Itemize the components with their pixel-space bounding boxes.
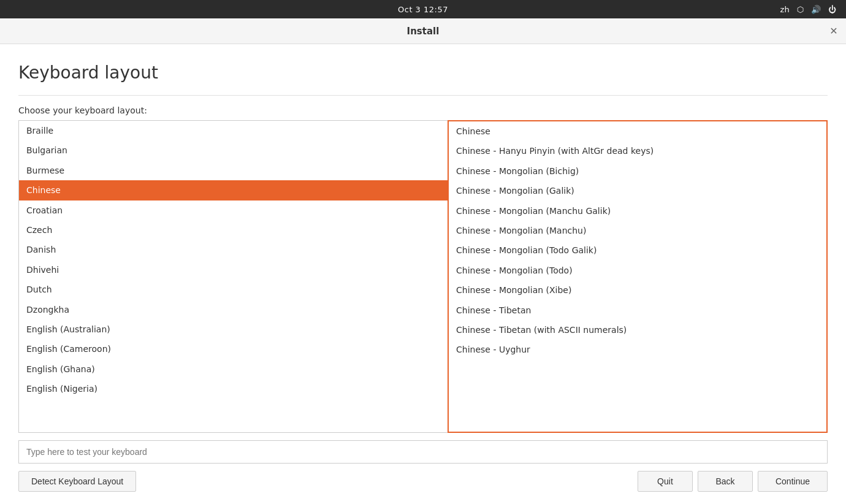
right-list-item[interactable]: Chinese - Mongolian (Todo)	[449, 261, 826, 280]
continue-button[interactable]: Continue	[758, 471, 828, 492]
right-list-item[interactable]: Chinese - Mongolian (Manchu)	[449, 221, 826, 240]
list-item[interactable]: English (Nigeria)	[19, 379, 448, 399]
test-input-wrapper	[18, 440, 828, 464]
volume-icon: 🔊	[811, 5, 821, 14]
left-list-wrapper: BrailleBulgarianBurmeseChineseCroatianCz…	[18, 120, 448, 433]
list-item[interactable]: Danish	[19, 240, 448, 259]
right-list-item[interactable]: Chinese	[449, 121, 826, 141]
list-item[interactable]: Dhivehi	[19, 260, 448, 280]
right-list-item[interactable]: Chinese - Mongolian (Xibe)	[449, 280, 826, 300]
list-item[interactable]: Czech	[19, 220, 448, 240]
layout-label: Choose your keyboard layout:	[18, 105, 828, 115]
right-list-item[interactable]: Chinese - Mongolian (Manchu Galik)	[449, 201, 826, 221]
right-list-wrapper: ChineseChinese - Hanyu Pinyin (with AltG…	[448, 120, 828, 433]
list-item[interactable]: Dutch	[19, 280, 448, 299]
close-button[interactable]: ✕	[828, 25, 840, 37]
right-list-item[interactable]: Chinese - Mongolian (Galik)	[449, 181, 826, 200]
quit-button[interactable]: Quit	[638, 471, 693, 492]
status-bar: Oct 3 12:57 zh ⬡ 🔊 ⏻	[0, 0, 846, 18]
keyboard-test-input[interactable]	[18, 440, 828, 464]
main-content: Keyboard layout Choose your keyboard lay…	[0, 44, 846, 504]
list-item[interactable]: English (Ghana)	[19, 359, 448, 379]
right-list-item[interactable]: Chinese - Uyghur	[449, 340, 826, 359]
title-bar: Install ✕	[0, 18, 846, 44]
list-item[interactable]: English (Cameroon)	[19, 339, 448, 359]
left-list-scroll[interactable]: BrailleBulgarianBurmeseChineseCroatianCz…	[19, 121, 448, 432]
list-item[interactable]: English (Australian)	[19, 319, 448, 339]
page-title: Keyboard layout	[18, 63, 828, 83]
right-list-item[interactable]: Chinese - Tibetan (with ASCII numerals)	[449, 320, 826, 340]
power-icon: ⏻	[828, 5, 836, 14]
detect-layout-button[interactable]: Detect Keyboard Layout	[18, 471, 136, 492]
list-item[interactable]: Braille	[19, 121, 448, 140]
keyboard-lists: BrailleBulgarianBurmeseChineseCroatianCz…	[18, 120, 828, 433]
lang-label: zh	[780, 5, 790, 14]
separator	[18, 95, 828, 96]
right-list-scroll[interactable]: ChineseChinese - Hanyu Pinyin (with AltG…	[449, 121, 826, 432]
nav-buttons: Quit Back Continue	[638, 471, 828, 492]
status-bar-right: zh ⬡ 🔊 ⏻	[780, 5, 836, 14]
right-list-item[interactable]: Chinese - Hanyu Pinyin (with AltGr dead …	[449, 141, 826, 161]
right-list-item[interactable]: Chinese - Mongolian (Todo Galik)	[449, 240, 826, 260]
bottom-actions: Detect Keyboard Layout Quit Back Continu…	[18, 471, 828, 492]
list-item[interactable]: Dzongkha	[19, 300, 448, 319]
network-icon: ⬡	[797, 5, 804, 14]
right-list-item[interactable]: Chinese - Mongolian (Bichig)	[449, 161, 826, 181]
datetime-label: Oct 3 12:57	[398, 5, 448, 14]
list-item[interactable]: Burmese	[19, 161, 448, 180]
back-button[interactable]: Back	[698, 471, 753, 492]
right-list-item[interactable]: Chinese - Tibetan	[449, 300, 826, 320]
window-title: Install	[407, 26, 440, 37]
list-item[interactable]: Croatian	[19, 200, 448, 220]
list-item[interactable]: Chinese	[19, 180, 448, 200]
list-item[interactable]: Bulgarian	[19, 140, 448, 160]
